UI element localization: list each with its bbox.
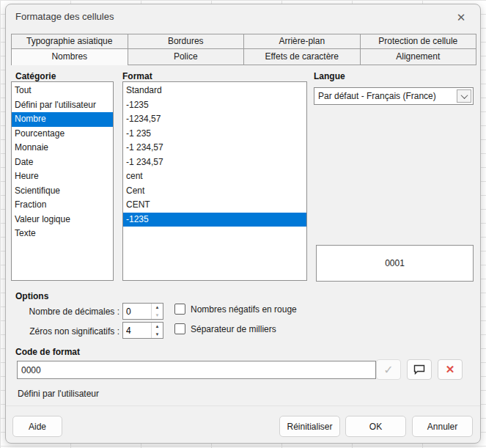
dialog-title: Formatage des cellules <box>15 11 114 22</box>
format-label: Format <box>122 71 152 81</box>
format-code-heading: Code de format <box>15 347 80 357</box>
list-item[interactable]: Date <box>12 155 113 170</box>
check-icon: ✓ <box>383 363 393 377</box>
reset-button[interactable]: Réinitialiser <box>279 416 340 437</box>
list-item[interactable]: -1234,57 <box>123 112 306 127</box>
language-dropdown-button[interactable] <box>457 89 471 103</box>
leading-zeros-spin-buttons: ▲ ▼ <box>151 323 163 338</box>
footer-divider <box>6 405 480 406</box>
comment-icon <box>413 364 425 375</box>
language-value: Par défaut - Français (France) <box>314 91 455 101</box>
thousands-sep-checkbox[interactable] <box>174 323 185 334</box>
edit-comment-button[interactable] <box>407 359 432 380</box>
preview-value: 0001 <box>385 258 405 268</box>
language-label: Langue <box>314 71 345 81</box>
decimals-stepper[interactable]: ▲ ▼ <box>122 303 163 320</box>
list-item[interactable]: Défini par l'utilisateur <box>12 98 113 113</box>
tab-protection-de-cellule[interactable]: Protection de cellule <box>360 34 477 49</box>
negative-red-checkbox[interactable] <box>174 304 185 315</box>
leading-zeros-input[interactable] <box>123 323 151 338</box>
close-icon: ✕ <box>457 11 466 24</box>
format-code-input[interactable] <box>17 361 376 379</box>
spin-down-icon[interactable]: ▼ <box>152 331 163 339</box>
thousands-sep-row: Séparateur de milliers <box>174 323 276 334</box>
ok-button[interactable]: OK <box>345 416 406 437</box>
category-label: Catégorie <box>15 71 56 81</box>
options-heading: Options <box>15 291 48 301</box>
decimals-input[interactable] <box>123 304 151 319</box>
decimals-spin-buttons: ▲ ▼ <box>151 304 163 319</box>
list-item[interactable]: Tout <box>12 84 113 98</box>
tab-row-1: Typographie asiatique Bordures Arrière-p… <box>11 34 476 49</box>
tab-nombres[interactable]: Nombres <box>11 48 128 65</box>
list-item[interactable]: Cent <box>123 184 306 199</box>
category-list[interactable]: Tout Défini par l'utilisateur Nombre Pou… <box>11 81 114 281</box>
format-code-status: Défini par l'utilisateur <box>18 389 99 399</box>
list-item[interactable]: -1235 <box>123 98 306 113</box>
negative-red-row: Nombres négatifs en rouge <box>174 304 297 315</box>
list-item[interactable]: Pourcentage <box>12 127 113 142</box>
list-item[interactable]: Valeur logique <box>12 213 113 227</box>
list-item-selected[interactable]: Nombre <box>12 112 113 127</box>
list-item[interactable]: Heure <box>12 169 113 184</box>
tab-typographie-asiatique[interactable]: Typographie asiatique <box>11 34 128 49</box>
list-item[interactable]: -1 234,57 <box>123 141 306 155</box>
tab-row-2: Nombres Police Effets de caractère Align… <box>11 48 476 65</box>
leading-zeros-stepper[interactable]: ▲ ▼ <box>122 322 163 339</box>
tab-alignement[interactable]: Alignement <box>360 48 477 65</box>
list-item[interactable]: cent <box>123 169 306 184</box>
spin-up-icon[interactable]: ▲ <box>152 304 163 312</box>
tab-effets-de-caractere[interactable]: Effets de caractère <box>243 48 361 65</box>
confirm-format-button[interactable]: ✓ <box>376 359 401 380</box>
leading-zeros-label: Zéros non significatifs : <box>15 326 119 337</box>
format-preview-box: 0001 <box>316 245 474 282</box>
list-item[interactable]: CENT <box>123 198 306 213</box>
format-cells-dialog: Formatage des cellules ✕ Typographie asi… <box>5 4 481 444</box>
decimals-label: Nombre de décimales : <box>15 306 119 317</box>
delete-format-button[interactable]: ✕ <box>438 359 463 380</box>
tab-police[interactable]: Police <box>128 48 245 65</box>
tab-arriere-plan[interactable]: Arrière-plan <box>243 34 361 49</box>
list-item[interactable]: Texte <box>12 227 113 241</box>
chevron-down-icon <box>460 92 468 99</box>
list-item[interactable]: -1 234,57 <box>123 155 306 170</box>
negative-red-label: Nombres négatifs en rouge <box>191 304 297 315</box>
tab-bordures[interactable]: Bordures <box>128 34 245 49</box>
spin-down-icon[interactable]: ▼ <box>152 312 163 320</box>
list-item[interactable]: Standard <box>123 84 306 98</box>
cancel-button[interactable]: Annuler <box>412 416 473 437</box>
list-item[interactable]: Scientifique <box>12 184 113 199</box>
help-button[interactable]: Aide <box>12 416 62 437</box>
format-list[interactable]: Standard -1235 -1234,57 -1 235 -1 234,57… <box>122 81 307 281</box>
delete-x-icon: ✕ <box>446 363 455 376</box>
list-item[interactable]: -1 235 <box>123 127 306 142</box>
spin-up-icon[interactable]: ▲ <box>152 323 163 331</box>
close-button[interactable]: ✕ <box>450 8 472 27</box>
list-item[interactable]: Fraction <box>12 198 113 213</box>
thousands-sep-label: Séparateur de milliers <box>191 324 276 334</box>
language-select[interactable]: Par défaut - Français (France) <box>314 87 474 105</box>
list-item-selected[interactable]: -1235 <box>123 213 306 227</box>
list-item[interactable]: Monnaie <box>12 141 113 155</box>
